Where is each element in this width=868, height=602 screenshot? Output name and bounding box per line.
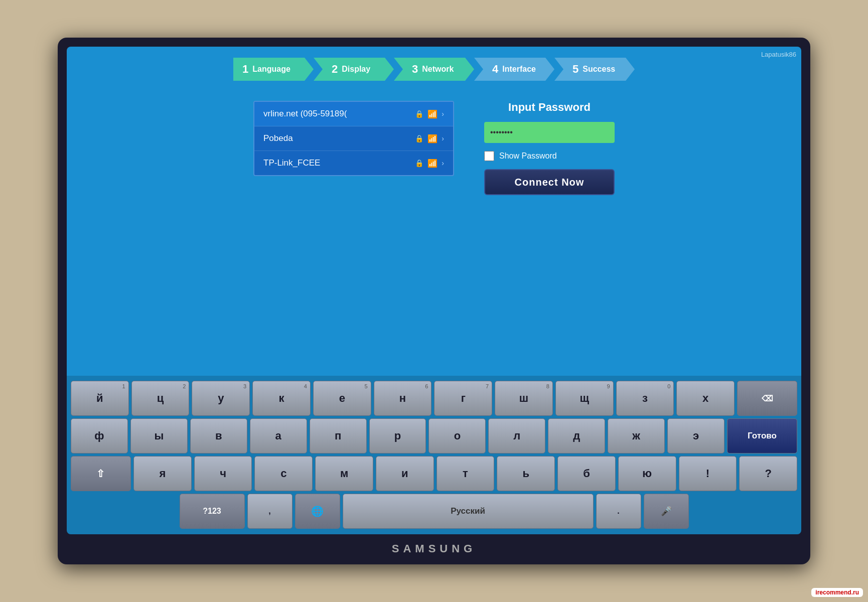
key-globe[interactable]: 🌐 <box>295 494 340 529</box>
password-panel: Input Password Show Password Connect Now <box>484 101 615 195</box>
key-о[interactable]: о <box>428 418 486 454</box>
step-5[interactable]: 5 Success <box>554 58 635 81</box>
key-б[interactable]: б <box>557 456 616 491</box>
key-с[interactable]: с <box>254 456 313 491</box>
show-password-row: Show Password <box>484 151 615 161</box>
network-item-2[interactable]: TP-Link_FCEE 🔒 📶 › <box>254 151 453 175</box>
password-title: Input Password <box>508 101 591 114</box>
step-5-label: Success <box>583 65 615 74</box>
key-ч[interactable]: ч <box>194 456 252 491</box>
key-number-5: 5 <box>365 383 368 389</box>
tv-screen: Lapatusik86 1 Language 2 Display 3 Netwo… <box>67 47 801 534</box>
arrow-icon-2: › <box>442 159 444 167</box>
key-ь[interactable]: ь <box>497 456 555 491</box>
key-я[interactable]: я <box>133 456 192 491</box>
step-3-label: Network <box>422 65 454 74</box>
key-done[interactable]: Готово <box>727 418 797 454</box>
step-3[interactable]: 3 Network <box>394 58 474 81</box>
network-icons-2: 🔒 📶 › <box>415 159 444 168</box>
keyboard-row-2: ф ы в а п р о л д ж э Готово <box>71 418 797 454</box>
wifi-icon-0: 📶 <box>427 109 438 119</box>
keyboard-bottom-row: ?123 , 🌐 Русский . 🎤 <box>71 494 797 529</box>
key-ю[interactable]: ю <box>618 456 676 491</box>
key-щ[interactable]: щ9 <box>555 381 614 416</box>
key-э[interactable]: э <box>667 418 725 454</box>
lock-icon-2: 🔒 <box>415 159 423 167</box>
key-question[interactable]: ? <box>739 456 797 491</box>
step-3-number: 3 <box>412 63 418 76</box>
key-number-8: 8 <box>546 383 549 389</box>
step-5-number: 5 <box>572 63 578 76</box>
key-number-7: 7 <box>486 383 489 389</box>
key-ц[interactable]: ц2 <box>131 381 190 416</box>
arrow-icon-0: › <box>442 110 444 118</box>
key-number-2: 2 <box>183 383 186 389</box>
key-backspace[interactable]: ⌫ <box>737 381 797 416</box>
key-п[interactable]: п <box>310 418 367 454</box>
key-д[interactable]: д <box>548 418 605 454</box>
key-г[interactable]: г7 <box>434 381 492 416</box>
lock-icon-1: 🔒 <box>415 134 423 142</box>
key-к[interactable]: к4 <box>252 381 311 416</box>
key-mic[interactable]: 🎤 <box>644 494 689 529</box>
keyboard-row-1: й1 ц2 у3 к4 е5 н6 г7 ш8 щ9 з0 х ⌫ <box>71 381 797 416</box>
step-2[interactable]: 2 Display <box>314 58 394 81</box>
key-з[interactable]: з0 <box>616 381 674 416</box>
step-4-number: 4 <box>492 63 498 76</box>
connect-now-button[interactable]: Connect Now <box>484 169 615 195</box>
key-exclaim[interactable]: ! <box>679 456 737 491</box>
network-name-1: Pobeda <box>263 133 415 143</box>
step-4[interactable]: 4 Interface <box>474 58 554 81</box>
step-4-label: Interface <box>502 65 536 74</box>
recommend-badge: irecommend.ru <box>811 588 863 597</box>
show-password-checkbox[interactable] <box>484 151 494 161</box>
network-name-0: vrline.net (095-59189( <box>263 109 415 119</box>
key-н[interactable]: н6 <box>374 381 432 416</box>
key-number-3: 3 <box>243 383 246 389</box>
network-item-1[interactable]: Pobeda 🔒 📶 › <box>254 126 453 151</box>
key-в[interactable]: в <box>190 418 247 454</box>
network-name-2: TP-Link_FCEE <box>263 158 415 168</box>
key-number-6: 6 <box>425 383 428 389</box>
key-е[interactable]: е5 <box>313 381 371 416</box>
key-р[interactable]: р <box>369 418 426 454</box>
password-input[interactable] <box>484 122 615 143</box>
show-password-label: Show Password <box>499 152 557 161</box>
key-л[interactable]: л <box>488 418 545 454</box>
step-1-number: 1 <box>242 63 248 76</box>
network-item-0[interactable]: vrline.net (095-59189( 🔒 📶 › <box>254 102 453 126</box>
step-1[interactable]: 1 Language <box>233 58 314 81</box>
step-2-label: Display <box>342 65 370 74</box>
key-ш[interactable]: ш8 <box>495 381 553 416</box>
key-х[interactable]: х <box>676 381 735 416</box>
key-м[interactable]: м <box>315 456 373 491</box>
key-й[interactable]: й1 <box>71 381 129 416</box>
wifi-icon-1: 📶 <box>427 134 438 143</box>
key-у[interactable]: у3 <box>192 381 250 416</box>
keyboard-area: й1 ц2 у3 к4 е5 н6 г7 ш8 щ9 з0 х ⌫ ф ы в … <box>67 376 801 534</box>
key-ф[interactable]: ф <box>71 418 128 454</box>
step-1-label: Language <box>252 65 291 74</box>
network-icons-1: 🔒 📶 › <box>415 134 444 143</box>
key-ы[interactable]: ы <box>130 418 188 454</box>
key-т[interactable]: т <box>437 456 495 491</box>
key-period[interactable]: . <box>596 494 641 529</box>
step-2-number: 2 <box>332 63 338 76</box>
main-content: vrline.net (095-59189( 🔒 📶 › Pobeda 🔒 📶 … <box>67 86 801 376</box>
key-num-sym[interactable]: ?123 <box>180 494 245 529</box>
key-и[interactable]: и <box>376 456 434 491</box>
watermark: Lapatusik86 <box>761 51 796 58</box>
key-spacebar[interactable]: Русский <box>343 494 594 529</box>
key-number-1: 1 <box>122 383 125 389</box>
key-shift[interactable]: ⇧ <box>71 456 131 491</box>
key-ж[interactable]: ж <box>608 418 665 454</box>
key-comma[interactable]: , <box>247 494 293 529</box>
key-number-0: 0 <box>667 383 670 389</box>
step-bar: 1 Language 2 Display 3 Network 4 Interfa… <box>67 47 801 86</box>
lock-icon-0: 🔒 <box>415 110 423 118</box>
network-icons-0: 🔒 📶 › <box>415 109 444 119</box>
wifi-icon-2: 📶 <box>427 159 438 168</box>
key-number-9: 9 <box>607 383 610 389</box>
keyboard-row-3: ⇧ я ч с м и т ь б ю ! ? <box>71 456 797 491</box>
key-а[interactable]: а <box>250 418 307 454</box>
